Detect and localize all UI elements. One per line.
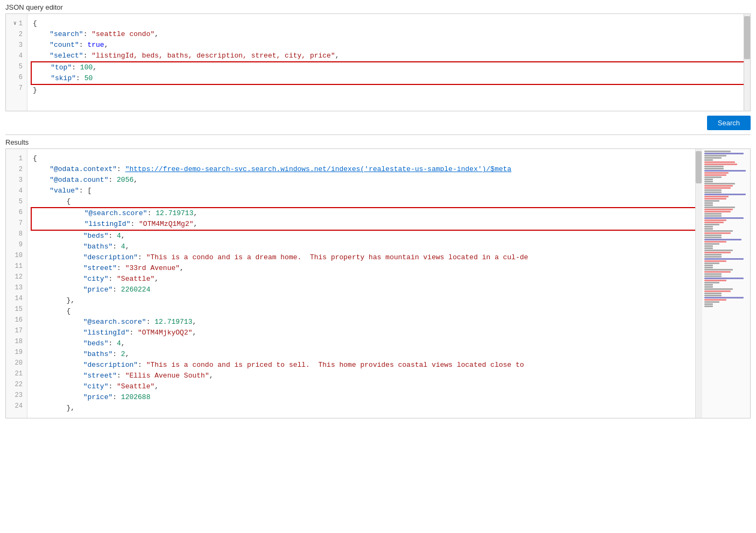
result-line-19: "baths": 2, (33, 349, 696, 360)
result-line-7: "listingId": "OTM4MzQ1Mg2", (32, 219, 697, 230)
result-line-12: "city": "Seattle", (33, 274, 696, 285)
rln-9: 9 (6, 239, 27, 250)
results-scrollbar-thumb (696, 151, 702, 183)
editor-line-7: } (33, 85, 745, 96)
results-minimap (702, 149, 750, 418)
results-highlight-box: "@search.score": 12.719713, "listingId":… (31, 207, 698, 231)
results-section: Results 1 2 3 4 5 6 7 8 9 10 11 12 13 (0, 135, 756, 418)
editor-scrollbar-thumb (744, 16, 750, 59)
result-line-20: "description": "This is a condo and is p… (33, 360, 696, 371)
ln-6: 6 (6, 72, 27, 83)
rln-16: 16 (6, 315, 27, 325)
search-button[interactable]: Search (707, 116, 751, 130)
editor-line-3: "count": true, (33, 40, 745, 51)
result-line-21: "street": "Ellis Avenue South", (33, 371, 696, 381)
result-line-8: "beds": 4, (33, 231, 696, 241)
ln-7: 7 (6, 83, 27, 94)
result-line-16: "@search.score": 12.719713, (33, 317, 696, 328)
editor-scrollbar[interactable] (744, 14, 750, 111)
rln-20: 20 (6, 358, 27, 368)
result-line-15: { (33, 306, 696, 317)
editor-line-1: { (33, 18, 745, 29)
result-line-13: "price": 2260224 (33, 285, 696, 295)
ln-1: ∨1 (6, 18, 27, 29)
rln-11: 11 (6, 261, 27, 272)
minimap-content (702, 149, 750, 309)
rln-13: 13 (6, 282, 27, 293)
rln-14: 14 (6, 293, 27, 304)
results-scrollbar[interactable] (695, 149, 702, 418)
json-query-editor[interactable]: ∨1 2 3 4 5 6 7 { "search": "seattle cond… (5, 13, 751, 111)
rln-1: 1 (6, 153, 27, 164)
rln-10: 10 (6, 250, 27, 261)
rln-22: 22 (6, 379, 27, 390)
result-line-3: "@odata.count": 2056, (33, 175, 696, 186)
editor-line-2: "search": "seattle condo", (33, 29, 745, 40)
results-main[interactable]: 1 2 3 4 5 6 7 8 9 10 11 12 13 14 15 16 1 (6, 149, 702, 418)
editor-line-4: "select": "listingId, beds, baths, descr… (33, 51, 745, 61)
rln-19: 19 (6, 347, 27, 358)
ln-3: 3 (6, 40, 27, 51)
editor-title: JSON query editor (0, 0, 756, 13)
result-line-2: "@odata.context": "https://free-demo-sea… (33, 164, 696, 175)
rln-12: 12 (6, 272, 27, 282)
result-line-6: "@search.score": 12.719713, (32, 208, 697, 219)
results-code-content[interactable]: { "@odata.context": "https://free-demo-s… (27, 149, 702, 418)
result-line-18: "beds": 4, (33, 338, 696, 349)
result-line-5: { (33, 196, 696, 207)
editor-code-content[interactable]: { "search": "seattle condo", "count": tr… (27, 14, 750, 111)
results-title: Results (0, 135, 756, 148)
editor-highlight-box: "top": 100, "skip": 50 (31, 61, 747, 85)
results-line-numbers: 1 2 3 4 5 6 7 8 9 10 11 12 13 14 15 16 1 (6, 149, 27, 418)
results-container[interactable]: 1 2 3 4 5 6 7 8 9 10 11 12 13 14 15 16 1 (5, 148, 751, 418)
result-line-10: "description": "This is a condo and is a… (33, 252, 696, 263)
result-line-24: }, (33, 403, 696, 414)
rln-8: 8 (6, 229, 27, 239)
ln-5: 5 (6, 61, 27, 72)
rln-2: 2 (6, 164, 27, 175)
rln-7: 7 (6, 218, 27, 229)
result-line-1: { (33, 153, 696, 164)
result-line-4: "value": [ (33, 186, 696, 196)
rln-24: 24 (6, 401, 27, 411)
rln-15: 15 (6, 304, 27, 315)
result-line-11: "street": "33rd Avenue", (33, 263, 696, 274)
rln-4: 4 (6, 186, 27, 196)
rln-3: 3 (6, 175, 27, 186)
editor-line-numbers: ∨1 2 3 4 5 6 7 (6, 14, 27, 111)
rln-18: 18 (6, 336, 27, 347)
ln-2: 2 (6, 29, 27, 40)
rln-21: 21 (6, 368, 27, 379)
toolbar: Search (0, 111, 756, 134)
results-code-area: 1 2 3 4 5 6 7 8 9 10 11 12 13 14 15 16 1 (6, 149, 702, 418)
ln-4: 4 (6, 51, 27, 61)
result-line-22: "city": "Seattle", (33, 381, 696, 392)
rln-23: 23 (6, 390, 27, 401)
result-line-23: "price": 1202688 (33, 392, 696, 403)
editor-line-6: "skip": 50 (32, 73, 746, 84)
rln-5: 5 (6, 196, 27, 207)
result-line-9: "baths": 4, (33, 241, 696, 252)
rln-17: 17 (6, 325, 27, 336)
rln-6: 6 (6, 207, 27, 218)
result-line-17: "listingId": "OTM4MjkyOQ2", (33, 328, 696, 338)
editor-line-5: "top": 100, (32, 62, 746, 73)
result-line-14: }, (33, 295, 696, 306)
